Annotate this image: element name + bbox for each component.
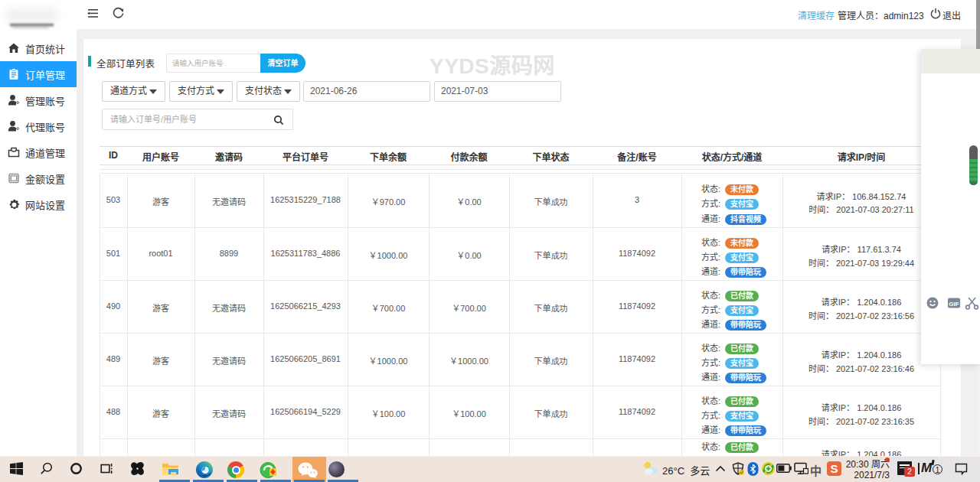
svg-text:GIF: GIF	[949, 301, 959, 308]
